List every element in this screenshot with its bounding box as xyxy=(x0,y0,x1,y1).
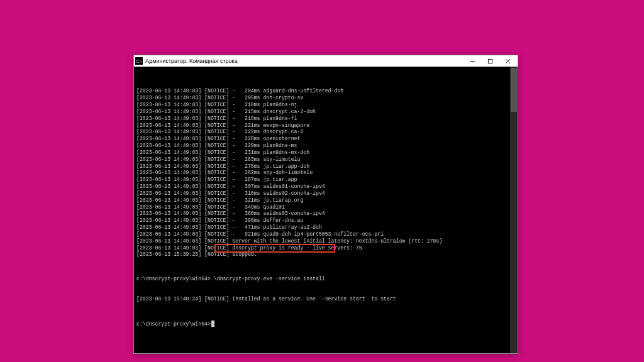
cmd-icon: C:\ xyxy=(135,57,143,65)
log-line: [2023-06-13 14:49:03] [NOTICE] - 263ms s… xyxy=(136,156,515,163)
minimize-button[interactable] xyxy=(464,56,481,67)
log-line: [2023-06-13 14:49:03] [NOTICE] - 204ms a… xyxy=(136,88,515,95)
minimize-icon xyxy=(470,58,475,64)
log-lines: [2023-06-13 14:49:03] [NOTICE] - 204ms a… xyxy=(136,88,515,258)
svg-rect-1 xyxy=(488,59,492,63)
window-controls xyxy=(464,56,516,67)
log-line: [2023-06-13 14:49:03] [NOTICE] - 282ms s… xyxy=(136,170,515,177)
command-1: .\dnscrypt-proxy.exe -service install xyxy=(211,276,325,282)
log-line: [2023-06-13 14:49:03] [NOTICE] - 307ms s… xyxy=(136,184,515,190)
log-line: [2023-06-13 15:39:25] [NOTICE] Stopped. xyxy=(136,251,515,258)
log-line: [2023-06-13 14:49:03] [NOTICE] - 360ms s… xyxy=(136,211,515,217)
log-line: [2023-06-13 14:49:03] [NOTICE] - 205ms d… xyxy=(136,95,515,102)
log-line: [2023-06-13 14:49:03] [NOTICE] - 398ms d… xyxy=(136,217,515,224)
log-line: [2023-06-13 14:49:03] [NOTICE] - 471ms p… xyxy=(136,224,515,231)
prompt-line-1: c:\dnscrypt-proxy\win64>.\dnscrypt-proxy… xyxy=(136,276,515,283)
log-line: [2023-06-13 14:49:03] [NOTICE] - 222ms d… xyxy=(136,129,515,136)
cmd-window: C:\ Администратор: Командная строка [202… xyxy=(133,55,518,354)
log-line: [2023-06-13 14:49:03] [NOTICE] - 215ms d… xyxy=(136,109,515,116)
maximize-button[interactable] xyxy=(481,56,499,67)
log-line: [2023-06-13 14:49:03] [NOTICE] - 221ms w… xyxy=(136,123,515,129)
log-line: [2023-06-13 14:49:03] [NOTICE] - 278ms j… xyxy=(136,163,515,170)
log-line: [2023-06-13 14:49:03] [NOTICE] Server wi… xyxy=(136,238,515,245)
log-line: [2023-06-13 14:49:03] [NOTICE] - 349ms q… xyxy=(136,204,515,211)
scrollbar-thumb[interactable] xyxy=(511,68,517,112)
close-button[interactable] xyxy=(499,56,516,67)
log-line: [2023-06-13 14:49:03] [NOTICE] - 231ms p… xyxy=(136,150,515,156)
log-line: [2023-06-13 14:49:03] [NOTICE] - 287ms j… xyxy=(136,177,515,184)
log-line: [2023-06-13 14:49:03] [NOTICE] - 210ms p… xyxy=(136,102,515,109)
maximize-icon xyxy=(487,58,493,64)
window-title: Администратор: Командная строка xyxy=(145,58,464,64)
log-line: [2023-06-13 14:49:03] [NOTICE] dnscrypt-… xyxy=(136,245,515,252)
prompt-line-2: c:\dnscrypt-proxy\win64> xyxy=(136,321,515,328)
scrollbar-track[interactable] xyxy=(510,67,518,353)
log-line: [2023-06-13 14:49:03] [NOTICE] - 229ms p… xyxy=(136,143,515,150)
prompt2: c:\dnscrypt-proxy\win64> xyxy=(136,321,211,327)
cursor xyxy=(211,321,214,327)
log-line: [2023-06-13 14:49:03] [NOTICE] - 218ms p… xyxy=(136,116,515,123)
log-line: [2023-06-13 14:49:03] [NOTICE] - 310ms s… xyxy=(136,190,515,197)
log-line: [2023-06-13 14:49:03] [NOTICE] - 921ms q… xyxy=(136,231,515,238)
log-line: [2023-06-13 14:49:03] [NOTICE] - 228ms o… xyxy=(136,136,515,143)
prompt1: c:\dnscrypt-proxy\win64> xyxy=(136,276,211,282)
close-icon xyxy=(505,58,511,64)
install-response: [2023-06-13 15:40:24] [NOTICE] Installed… xyxy=(136,296,515,303)
terminal-output[interactable]: [2023-06-13 14:49:03] [NOTICE] - 204ms a… xyxy=(134,67,518,353)
log-line: [2023-06-13 14:49:03] [NOTICE] - 321ms j… xyxy=(136,197,515,204)
titlebar[interactable]: C:\ Администратор: Командная строка xyxy=(134,55,518,67)
